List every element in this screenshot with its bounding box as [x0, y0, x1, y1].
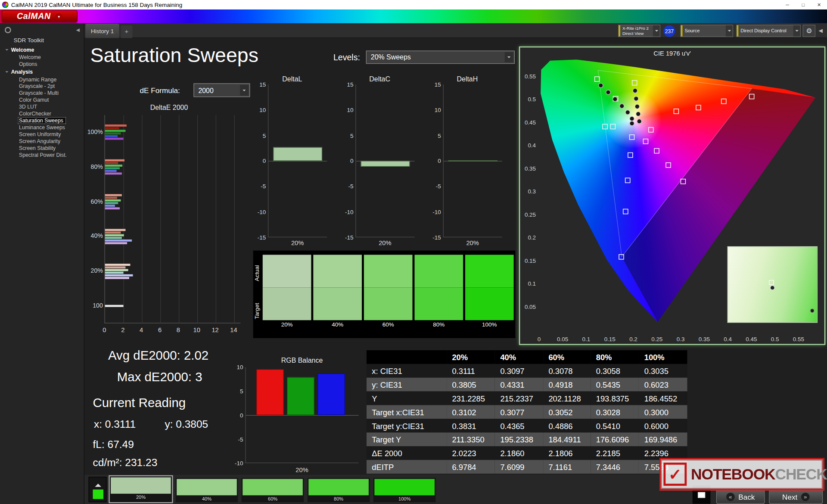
sidebar-section[interactable]: Welcome — [0, 45, 84, 54]
collapse-right-panel-icon[interactable]: ◀ — [818, 28, 822, 33]
gear-icon[interactable]: ⚙ — [803, 25, 815, 37]
calman-menu-button[interactable]: CalMAN ▼ — [2, 10, 77, 22]
swatch-column-40% — [313, 255, 362, 320]
sidebar-item-luminance-sweeps[interactable]: Luminance Sweeps — [0, 124, 84, 131]
table-cell: 0.6000 — [639, 419, 687, 432]
table-row-label: dEITP — [367, 460, 447, 474]
back-button[interactable]: « Back — [716, 489, 765, 504]
levels-value: 20% Sweeps — [371, 53, 411, 61]
sidebar-item-saturation-sweeps[interactable]: Saturation Sweeps — [18, 117, 66, 124]
calman-window: CalMAN 2019 CalMAN Ultimate for Business… — [0, 0, 827, 504]
deltae-bar — [105, 167, 120, 169]
y-tick-label: 10 — [427, 107, 441, 113]
cie-measurement-marker — [599, 83, 603, 87]
sidebar-item-colorchecker[interactable]: ColorChecker — [0, 110, 84, 117]
cie-tick-label: 0.05 — [525, 304, 536, 310]
sidebar-item-screen-uniformity[interactable]: Screen Uniformity — [0, 131, 84, 138]
table-cell: 215.2337 — [495, 392, 543, 405]
next-button[interactable]: Next » — [769, 489, 823, 504]
live-patch-tile[interactable] — [89, 477, 107, 502]
table-cell: 0.4886 — [543, 419, 591, 432]
tab-history-1[interactable]: History 1 — [85, 24, 119, 38]
level-tile-80%[interactable]: 80% — [308, 478, 370, 502]
table-column-header: 60% — [543, 350, 591, 364]
close-button[interactable]: ✕ — [811, 0, 827, 9]
watermark-text-notebook: NOTEBOOK — [691, 466, 775, 483]
actual-target-swatch-panel: Actual Target 20%40%60%80%100% — [253, 251, 516, 338]
cie-tick-label: 0 — [538, 336, 541, 342]
add-tab-button[interactable]: + — [121, 25, 132, 38]
cie-target-marker — [654, 149, 659, 153]
table-cell: 7.6099 — [495, 460, 543, 474]
de-formula-dropdown[interactable]: 2000 — [193, 83, 250, 97]
sidebar-item-color-gamut[interactable]: Color Gamut — [0, 96, 84, 103]
y-tick-label: 10 — [232, 364, 243, 370]
y-tick-label: -15 — [252, 234, 266, 241]
sidebar-item-spectral-power-dist-[interactable]: Spectral Power Dist. — [0, 151, 84, 158]
meter-dropdown[interactable]: X-Rite i1Pro 2 Direct View — [618, 25, 660, 37]
table-row: ΔE 20002.02232.18602.18062.21852.2396 — [367, 446, 687, 460]
rgb-balance-x-label: 20% — [245, 466, 358, 473]
inset-target-square — [769, 280, 774, 285]
avg-de2000: Avg dE2000: 2.02 — [108, 348, 208, 363]
sidebar-item-screen-stability[interactable]: Screen Stability — [0, 145, 84, 152]
collapse-sidebar-icon[interactable]: ◀ — [76, 28, 79, 33]
deltae2000-chart-title: DeltaE 2000 — [104, 103, 233, 111]
sidebar-item-grayscale-2pt[interactable]: Grayscale - 2pt — [0, 83, 84, 90]
cie-measurement-marker — [630, 116, 634, 121]
table-cell: 2.1860 — [495, 446, 543, 460]
display-control-dropdown[interactable]: Direct Display Control — [736, 25, 800, 37]
source-label: Source — [682, 28, 702, 34]
y-tick-label: 10 — [252, 107, 266, 113]
deltae-bar — [105, 237, 122, 239]
sidebar-section[interactable]: Analysis — [0, 68, 84, 76]
x-tick-label: 12 — [209, 327, 221, 334]
reading-cdm2: cd/m²: 231.23 — [93, 457, 158, 469]
table-cell: 7.1161 — [543, 460, 591, 474]
level-tile-20%[interactable]: 20% — [110, 476, 172, 502]
level-tile-label: 20% — [110, 494, 172, 500]
minimize-button[interactable]: ─ — [780, 0, 796, 9]
y-tick-label: 5 — [427, 132, 441, 139]
sidebar-item-welcome[interactable]: Welcome — [0, 54, 84, 61]
table-cell: 0.3078 — [543, 364, 591, 378]
y-tick-label: -10 — [427, 208, 441, 215]
cie-target-marker — [696, 105, 701, 110]
table-column-header: 100% — [639, 350, 687, 364]
levels-dropdown[interactable]: 20% Sweeps — [366, 51, 515, 64]
cie-target-marker — [623, 209, 628, 214]
record-icon[interactable] — [5, 27, 11, 33]
table-cell: 2.2185 — [591, 446, 639, 460]
swatch-level-label: 20% — [263, 321, 311, 328]
level-tile-swatch — [111, 477, 171, 494]
deltal-x-label: 20% — [268, 240, 327, 247]
table-cell: 0.3058 — [591, 364, 639, 378]
gridline — [124, 115, 124, 323]
sidebar-tree: WelcomeWelcomeOptionsAnalysisDynamic Ran… — [0, 45, 84, 158]
level-tile-60%[interactable]: 60% — [242, 478, 304, 502]
level-tile-swatch — [243, 479, 303, 495]
page-title: Saturation Sweeps — [90, 44, 258, 67]
cie-target-marker — [649, 128, 653, 132]
level-tile-40%[interactable]: 40% — [176, 478, 238, 502]
table-row: Target y:CIE310.38310.43650.48860.54100.… — [367, 419, 687, 432]
deltae-bar — [105, 231, 121, 233]
sidebar-item-grayscale-multi[interactable]: Grayscale - Multi — [0, 90, 84, 96]
table-corner-cell — [367, 350, 447, 364]
sidebar-item-screen-angularity[interactable]: Screen Angularity — [0, 138, 84, 145]
table-cell: 0.3111 — [447, 364, 495, 378]
sidebar-item-options[interactable]: Options — [0, 61, 84, 68]
source-dropdown[interactable]: Source — [681, 25, 733, 37]
y-tick-label: 10 — [340, 107, 354, 113]
inset-reference-dot — [810, 308, 815, 313]
maximize-button[interactable]: □ — [796, 0, 811, 9]
sidebar-item-dynamic-range[interactable]: Dynamic Range — [0, 76, 84, 83]
y-tick-label: 5 — [232, 388, 243, 395]
level-tile-100%[interactable]: 100% — [373, 478, 435, 502]
table-column-header: 80% — [591, 350, 639, 364]
deltae-bar — [105, 133, 121, 135]
table-row-label: Target Y — [367, 432, 447, 446]
sidebar-item-3d-lut[interactable]: 3D LUT — [0, 103, 84, 110]
cie-tick-label: 0.55 — [793, 336, 804, 342]
swatch-column-60% — [364, 255, 413, 320]
